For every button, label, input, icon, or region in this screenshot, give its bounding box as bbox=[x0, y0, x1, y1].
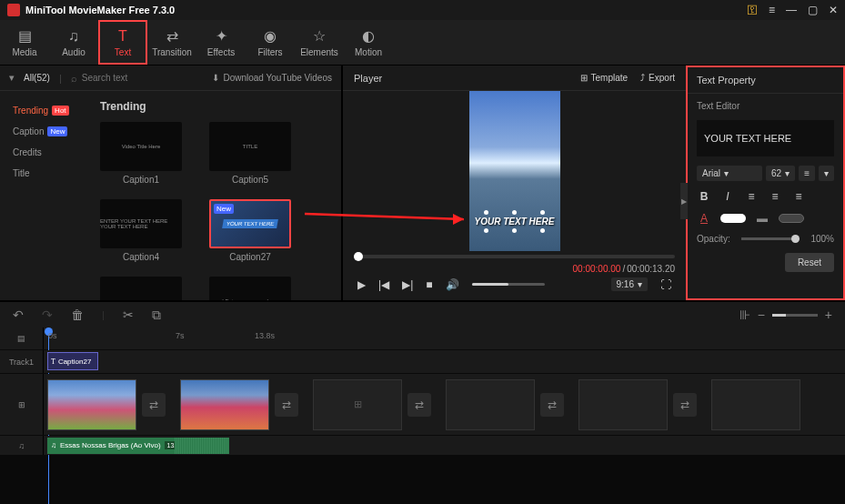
all-count[interactable]: All(52) bbox=[24, 73, 50, 83]
motion-tab[interactable]: ◐Motion bbox=[344, 20, 393, 65]
text-editor-input[interactable]: YOUR TEXT HERE bbox=[697, 120, 834, 156]
motion-icon: ◐ bbox=[362, 27, 375, 45]
opacity-slider[interactable] bbox=[741, 237, 800, 240]
progress-bar[interactable] bbox=[354, 255, 675, 258]
prev-frame-icon[interactable]: |◀ bbox=[378, 278, 389, 291]
ruler-tick: 0s bbox=[48, 331, 57, 340]
category-title[interactable]: Title bbox=[0, 163, 91, 184]
filters-tab[interactable]: ◉Filters bbox=[246, 20, 295, 65]
zoom-slider[interactable] bbox=[772, 314, 818, 317]
category-credits[interactable]: Credits bbox=[0, 142, 91, 163]
zoom-out-icon[interactable]: − bbox=[758, 307, 765, 322]
elements-tab[interactable]: ☆Elements bbox=[295, 20, 344, 65]
search-input[interactable] bbox=[82, 73, 155, 83]
preview-area: YOUR TEXT HERE bbox=[343, 91, 686, 251]
volume-icon[interactable]: 🔊 bbox=[446, 278, 459, 291]
reset-button[interactable]: Reset bbox=[785, 253, 834, 272]
text-tab[interactable]: TText bbox=[98, 20, 147, 65]
template-thumb[interactable] bbox=[100, 277, 182, 300]
empty-clip-slot[interactable]: ⊞ bbox=[313, 379, 402, 430]
highlight-color-button[interactable]: ▬ bbox=[755, 212, 770, 225]
template-thumb[interactable]: NewYOUR TEXT HERECaption27 bbox=[209, 199, 291, 262]
empty-clip-slot[interactable] bbox=[711, 379, 800, 430]
menu-icon[interactable]: ≡ bbox=[769, 4, 775, 16]
transition-slot[interactable]: ⇄ bbox=[407, 393, 431, 417]
more-options-button[interactable]: ▾ bbox=[819, 166, 834, 181]
template-thumb[interactable]: Video Title HereCaption1 bbox=[100, 122, 182, 185]
key-icon[interactable]: ⚿ bbox=[747, 4, 758, 16]
redo-icon[interactable]: ↷ bbox=[42, 307, 53, 322]
template-gallery: Trending Video Title HereCaption1TITLECa… bbox=[91, 91, 341, 300]
elements-icon: ☆ bbox=[313, 27, 326, 45]
zoom-in-icon[interactable]: + bbox=[825, 307, 832, 322]
align-left-button[interactable]: ≡ bbox=[744, 190, 759, 203]
stop-icon[interactable]: ■ bbox=[426, 278, 432, 291]
template-thumb[interactable]: | Enter your name here bbox=[209, 277, 291, 300]
transition-slot[interactable]: ⇄ bbox=[540, 393, 564, 417]
template-thumb[interactable]: ENTER YOUR TEXT HERE YOUR TEXT HERECapti… bbox=[100, 199, 182, 262]
app-title: MiniTool MovieMaker Free 7.3.0 bbox=[25, 5, 175, 15]
media-tab[interactable]: ▤Media bbox=[0, 20, 49, 65]
minimize-icon[interactable]: — bbox=[786, 4, 797, 16]
font-size-select[interactable]: 62▾ bbox=[766, 166, 795, 181]
time-current: 00:00:00.00 bbox=[573, 264, 621, 274]
video-clip[interactable] bbox=[47, 379, 136, 430]
expand-icon[interactable]: ▾ bbox=[9, 72, 15, 84]
maximize-icon[interactable]: ▢ bbox=[808, 4, 818, 16]
audio-track[interactable]: ♫ Essas Nossas Brigas (Ao Vivo) 13.8s bbox=[44, 436, 845, 455]
text-editor-label: Text Editor bbox=[697, 101, 834, 111]
asset-browser: ▾ All(52) | ⌕ ⬇ Download YouTube Videos … bbox=[0, 66, 341, 300]
italic-button[interactable]: I bbox=[720, 190, 735, 203]
category-caption[interactable]: CaptionNew bbox=[0, 121, 91, 142]
fullscreen-icon[interactable]: ⛶ bbox=[660, 278, 671, 291]
text-color-chip[interactable] bbox=[720, 214, 746, 223]
transition-tab[interactable]: ⇄Transition bbox=[147, 20, 196, 65]
template-thumb[interactable]: TITLECaption5 bbox=[209, 122, 291, 185]
font-family-select[interactable]: Arial▾ bbox=[697, 166, 762, 181]
export-button[interactable]: ⤴Export bbox=[640, 73, 675, 83]
video-track[interactable]: ⇄ ⇄ ⊞⇄ ⇄ ⇄ bbox=[44, 374, 845, 435]
empty-clip-slot[interactable] bbox=[446, 379, 535, 430]
bold-button[interactable]: B bbox=[697, 190, 711, 203]
caption-clip[interactable]: TCaption27 bbox=[47, 352, 98, 370]
audio-mixer-icon[interactable]: ⊪ bbox=[739, 307, 750, 322]
player-title: Player bbox=[354, 73, 382, 84]
time-ruler[interactable]: 0s7s13.8s bbox=[44, 328, 845, 349]
preview-text-overlay[interactable]: YOUR TEXT HERE bbox=[473, 217, 557, 227]
cut-icon[interactable]: ✂ bbox=[123, 307, 134, 322]
title-bar: MiniTool MovieMaker Free 7.3.0 ⚿ ≡ — ▢ ✕ bbox=[0, 0, 845, 20]
next-frame-icon[interactable]: ▶| bbox=[402, 278, 413, 291]
template-button[interactable]: ⊞Template bbox=[580, 73, 629, 83]
delete-icon[interactable]: 🗑 bbox=[71, 307, 84, 322]
audio-clip[interactable]: ♫ Essas Nossas Brigas (Ao Vivo) 13.8s bbox=[47, 438, 229, 454]
panel-collapse-icon[interactable]: ▶ bbox=[680, 183, 688, 219]
text-track-label: Track1 bbox=[0, 350, 44, 373]
crop-icon[interactable]: ⧉ bbox=[152, 307, 161, 323]
align-center-button[interactable]: ≡ bbox=[768, 190, 782, 203]
video-clip[interactable] bbox=[180, 379, 269, 430]
audio-tab[interactable]: ♫Audio bbox=[49, 20, 98, 65]
text-track[interactable]: TCaption27 bbox=[44, 350, 845, 373]
undo-icon[interactable]: ↶ bbox=[13, 307, 24, 322]
transition-slot[interactable]: ⇄ bbox=[142, 393, 166, 417]
transition-slot[interactable]: ⇄ bbox=[673, 393, 697, 417]
text-color-button[interactable]: A bbox=[697, 212, 711, 225]
aspect-ratio-select[interactable]: 9:16▾ bbox=[611, 277, 648, 291]
download-youtube-link[interactable]: ⬇ Download YouTube Videos bbox=[212, 73, 332, 83]
timeline-menu-icon[interactable]: ▤ bbox=[0, 328, 44, 349]
category-trending[interactable]: TrendingHot bbox=[0, 100, 91, 121]
align-right-button[interactable]: ≡ bbox=[791, 190, 806, 203]
preview-video[interactable]: YOUR TEXT HERE bbox=[469, 91, 560, 251]
export-icon: ⤴ bbox=[640, 73, 645, 83]
main-toolbar: ▤Media♫AudioTText⇄Transition✦Effects◉Fil… bbox=[0, 20, 845, 66]
volume-slider[interactable] bbox=[472, 283, 545, 286]
line-spacing-button[interactable]: ≡ bbox=[799, 166, 815, 181]
effects-icon: ✦ bbox=[216, 27, 227, 45]
close-icon[interactable]: ✕ bbox=[829, 4, 838, 16]
chevron-down-icon: ▾ bbox=[724, 168, 729, 178]
play-icon[interactable]: ▶ bbox=[357, 278, 366, 291]
effects-tab[interactable]: ✦Effects bbox=[196, 20, 246, 65]
highlight-color-chip[interactable] bbox=[779, 214, 804, 223]
transition-slot[interactable]: ⇄ bbox=[275, 393, 298, 417]
empty-clip-slot[interactable] bbox=[578, 379, 668, 430]
